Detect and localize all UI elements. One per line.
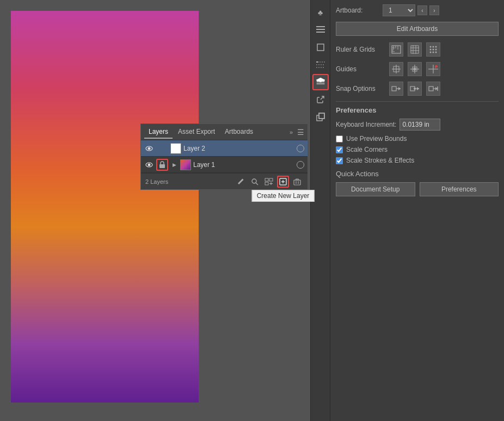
club-icon[interactable]: ♣: [312, 4, 329, 21]
layer-name-1: Layer 1: [193, 161, 294, 169]
panel-toolbar: ♣: [311, 0, 330, 421]
svg-point-34: [435, 52, 437, 53]
svg-point-26: [430, 46, 432, 48]
svg-rect-48: [392, 86, 396, 91]
preferences-title: Preferences: [336, 106, 499, 114]
svg-rect-2: [316, 32, 325, 33]
expand-icon-layer1[interactable]: ▶: [170, 161, 178, 169]
svg-point-41: [414, 68, 416, 70]
snap-icon-btn-2[interactable]: [408, 82, 422, 96]
tab-asset-export[interactable]: Asset Export: [174, 126, 219, 139]
new-layer-btn-wrap: Create New Layer: [277, 176, 289, 188]
guide-snap-icon-btn[interactable]: [408, 62, 422, 76]
svg-marker-54: [417, 87, 419, 90]
svg-rect-0: [316, 26, 325, 27]
prev-artboard-btn[interactable]: ‹: [417, 5, 427, 15]
layer-name-2: Layer 2: [183, 145, 294, 152]
ruler-grids-row: Ruler & Grids: [336, 42, 499, 57]
artboard-canvas: [11, 11, 199, 403]
ruler-grids-label: Ruler & Grids: [336, 46, 385, 53]
next-artboard-btn[interactable]: ›: [429, 5, 439, 15]
dot-lines-icon[interactable]: [312, 57, 329, 73]
artboard-row: Artboard: 1 ‹ ›: [336, 4, 499, 16]
ruler-icon-btn[interactable]: [389, 42, 403, 57]
svg-rect-55: [429, 86, 433, 91]
guides-row: Guides: [336, 62, 499, 76]
use-preview-bounds-label: Use Preview Bounds: [346, 135, 407, 143]
snap-icon-btn-1[interactable]: [389, 82, 403, 96]
scale-corners-checkbox[interactable]: [336, 146, 343, 153]
collect-for-export-icon-btn[interactable]: [263, 176, 275, 188]
quick-actions-buttons: Document Setup Preferences: [336, 182, 499, 196]
guides-label: Guides: [336, 65, 385, 73]
layer-thumb-2: [170, 143, 181, 154]
layer-item-1[interactable]: ▶ Layer 1: [141, 157, 308, 173]
svg-rect-9: [317, 83, 324, 84]
svg-rect-14: [392, 46, 401, 53]
layer-item-2[interactable]: Layer 2: [141, 140, 308, 157]
layer-target-2[interactable]: [297, 145, 304, 152]
layers-footer-icons: Create New Layer: [235, 176, 303, 188]
locate-layer-icon-btn[interactable]: [235, 176, 247, 188]
svg-point-31: [435, 49, 437, 51]
panel-content: Artboard: 1 ‹ › Edit Artboards Ruler & G…: [330, 0, 504, 421]
guide-crosshair-icon-btn[interactable]: [389, 62, 403, 76]
svg-point-62: [148, 163, 151, 166]
artboard-select-wrap: 1 ‹ ›: [383, 4, 439, 16]
svg-point-29: [430, 49, 432, 51]
menu-lines-icon[interactable]: [312, 22, 329, 38]
use-preview-bounds-row: Use Preview Bounds: [336, 135, 499, 143]
scale-strokes-effects-checkbox[interactable]: [336, 157, 343, 164]
scale-strokes-effects-row: Scale Strokes & Effects: [336, 157, 499, 164]
rectangle-icon[interactable]: [312, 39, 329, 55]
artboard-select[interactable]: 1: [383, 4, 415, 16]
snap-icon-btn-3[interactable]: [426, 82, 440, 96]
grid-icon-btn[interactable]: [408, 42, 422, 57]
svg-rect-68: [265, 182, 268, 185]
delete-layer-icon-btn[interactable]: [291, 176, 303, 188]
svg-rect-74: [294, 180, 300, 185]
document-setup-button[interactable]: Document Setup: [336, 182, 415, 196]
edit-artboards-button[interactable]: Edit Artboards: [336, 22, 499, 36]
layers-panel: Layers Asset Export Artboards » ☰ Layer …: [140, 123, 308, 190]
visibility-icon-layer1[interactable]: [144, 160, 154, 170]
external-link-icon[interactable]: [312, 91, 329, 108]
guide-clear-icon-btn[interactable]: [426, 62, 440, 76]
svg-point-30: [433, 49, 434, 51]
svg-rect-63: [159, 164, 165, 168]
svg-point-33: [433, 52, 434, 53]
hamburger-menu-icon[interactable]: ☰: [297, 128, 304, 137]
svg-point-53: [414, 88, 416, 90]
svg-rect-3: [317, 44, 324, 51]
svg-marker-50: [398, 87, 401, 90]
layer-target-1[interactable]: [297, 161, 304, 169]
tab-artboards[interactable]: Artboards: [220, 126, 257, 139]
svg-point-28: [435, 46, 437, 48]
tab-layers[interactable]: Layers: [144, 126, 173, 139]
layers-icon[interactable]: [312, 74, 329, 90]
svg-point-64: [252, 179, 256, 183]
scale-corners-label: Scale Corners: [346, 146, 388, 153]
scale-corners-row: Scale Corners: [336, 146, 499, 153]
divider-1: [336, 101, 499, 102]
keyboard-increment-label: Keyboard Increment:: [336, 121, 396, 128]
lock-icon-layer1[interactable]: [156, 159, 168, 171]
chevron-double-right-icon[interactable]: »: [290, 129, 293, 135]
dots-grid-icon-btn[interactable]: [426, 42, 440, 57]
keyboard-increment-input[interactable]: [399, 119, 440, 131]
layers-footer: 2 Layers: [141, 173, 308, 189]
use-preview-bounds-checkbox[interactable]: [336, 135, 343, 143]
search-layer-icon-btn[interactable]: [249, 176, 261, 188]
preferences-button[interactable]: Preferences: [420, 182, 499, 196]
new-layer-icon-btn[interactable]: [277, 176, 289, 188]
artboard-label: Artboard:: [336, 7, 379, 14]
scale-strokes-effects-label: Scale Strokes & Effects: [346, 157, 414, 164]
duplicate-icon[interactable]: [312, 109, 329, 125]
lock-placeholder-layer2: [156, 143, 168, 154]
svg-point-32: [430, 52, 432, 53]
svg-rect-66: [265, 178, 268, 181]
layers-count: 2 Layers: [145, 178, 168, 185]
visibility-icon-layer2[interactable]: [144, 144, 154, 153]
snap-options-label: Snap Options: [336, 85, 385, 92]
quick-actions-title: Quick Actions: [336, 170, 499, 178]
